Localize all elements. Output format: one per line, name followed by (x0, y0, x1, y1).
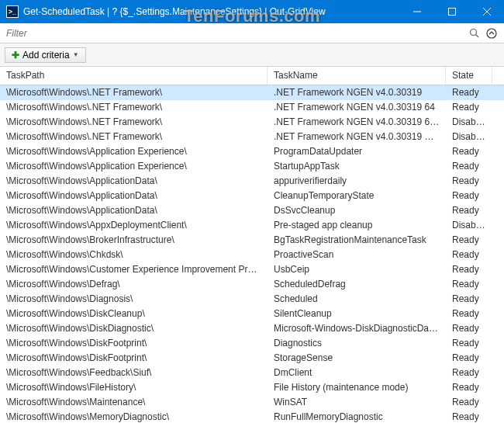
cell-taskpath: \Microsoft\Windows\Feedback\Siuf\ (0, 366, 268, 380)
cell-taskname: RunFullMemoryDiagnostic (268, 410, 446, 423)
cell-taskname: Microsoft-Windows-DiskDiagnosticDataColl… (268, 321, 446, 336)
table-row[interactable]: \Microsoft\Windows\FileHistory\File Hist… (0, 380, 504, 395)
cell-state: Ready (446, 366, 492, 380)
rows-container[interactable]: \Microsoft\Windows\.NET Framework\.NET F… (0, 85, 504, 423)
grid-view: TaskPath TaskName State \Microsoft\Windo… (0, 67, 504, 423)
cell-state: Ready (446, 336, 492, 351)
filter-bar (0, 23, 504, 43)
column-header-row: TaskPath TaskName State (0, 67, 504, 85)
cell-state: Ready (446, 100, 492, 115)
cell-taskpath: \Microsoft\Windows\FileHistory\ (0, 380, 268, 395)
cell-taskname: Pre-staged app cleanup (268, 218, 446, 233)
cell-taskpath: \Microsoft\Windows\Application Experienc… (0, 144, 268, 159)
svg-point-4 (471, 29, 477, 35)
table-row[interactable]: \Microsoft\Windows\DiskCleanup\SilentCle… (0, 307, 504, 321)
cell-taskpath: \Microsoft\Windows\ApplicationData\ (0, 203, 268, 218)
cell-taskname: ScheduledDefrag (268, 277, 446, 292)
title-bar: >_ Get-ScheduledTask | ? {$_.Settings.Ma… (0, 0, 504, 23)
add-criteria-label: Add criteria (22, 50, 70, 61)
column-header-state[interactable]: State (446, 67, 492, 85)
cell-taskpath: \Microsoft\Windows\ApplicationData\ (0, 189, 268, 203)
cell-taskpath: \Microsoft\Windows\DiskDiagnostic\ (0, 321, 268, 336)
cell-state: Disabled (446, 115, 492, 130)
cell-taskname: ProactiveScan (268, 248, 446, 262)
maximize-button[interactable] (434, 0, 469, 23)
table-row[interactable]: \Microsoft\Windows\DiskFootprint\Storage… (0, 351, 504, 366)
window-title: Get-ScheduledTask | ? {$_.Settings.Maint… (23, 6, 399, 17)
cell-state: Ready (446, 321, 492, 336)
cell-taskpath: \Microsoft\Windows\AppxDeploymentClient\ (0, 218, 268, 233)
column-header-taskname[interactable]: TaskName (268, 67, 446, 85)
cell-taskname: SilentCleanup (268, 307, 446, 321)
plus-icon: ✚ (12, 50, 19, 61)
cell-taskpath: \Microsoft\Windows\Defrag\ (0, 277, 268, 292)
cell-taskpath: \Microsoft\Windows\MemoryDiagnostic\ (0, 410, 268, 423)
cell-state: Ready (446, 380, 492, 395)
cell-taskname: StorageSense (268, 351, 446, 366)
table-row[interactable]: \Microsoft\Windows\Defrag\ScheduledDefra… (0, 277, 504, 292)
column-header-taskpath[interactable]: TaskPath (0, 67, 268, 85)
table-row[interactable]: \Microsoft\Windows\Customer Experience I… (0, 262, 504, 277)
cell-taskpath: \Microsoft\Windows\Application Experienc… (0, 159, 268, 174)
cell-state: Disabled (446, 130, 492, 144)
table-row[interactable]: \Microsoft\Windows\.NET Framework\.NET F… (0, 130, 504, 144)
cell-state: Ready (446, 262, 492, 277)
table-row[interactable]: \Microsoft\Windows\DiskDiagnostic\Micros… (0, 321, 504, 336)
table-row[interactable]: \Microsoft\Windows\Application Experienc… (0, 159, 504, 174)
cell-state: Ready (446, 189, 492, 203)
cell-taskpath: \Microsoft\Windows\BrokerInfrastructure\ (0, 233, 268, 248)
cell-taskpath: \Microsoft\Windows\Chkdsk\ (0, 248, 268, 262)
table-row[interactable]: \Microsoft\Windows\Diagnosis\ScheduledRe… (0, 292, 504, 307)
table-row[interactable]: \Microsoft\Windows\ApplicationData\Clean… (0, 189, 504, 203)
table-row[interactable]: \Microsoft\Windows\Feedback\Siuf\DmClien… (0, 366, 504, 380)
cell-taskpath: \Microsoft\Windows\Diagnosis\ (0, 292, 268, 307)
table-row[interactable]: \Microsoft\Windows\Maintenance\WinSATRea… (0, 395, 504, 410)
cell-state: Ready (446, 144, 492, 159)
cell-taskname: UsbCeip (268, 262, 446, 277)
cell-taskname: BgTaskRegistrationMaintenanceTask (268, 233, 446, 248)
cell-taskname: Scheduled (268, 292, 446, 307)
criteria-bar: ✚ Add criteria ▼ (0, 43, 504, 67)
powershell-icon: >_ (6, 5, 19, 18)
table-row[interactable]: \Microsoft\Windows\AppxDeploymentClient\… (0, 218, 504, 233)
table-row[interactable]: \Microsoft\Windows\DiskFootprint\Diagnos… (0, 336, 504, 351)
cell-taskname: DmClient (268, 366, 446, 380)
cell-state: Ready (446, 159, 492, 174)
table-row[interactable]: \Microsoft\Windows\BrokerInfrastructure\… (0, 233, 504, 248)
table-row[interactable]: \Microsoft\Windows\Chkdsk\ProactiveScanR… (0, 248, 504, 262)
cell-taskpath: \Microsoft\Windows\Customer Experience I… (0, 262, 268, 277)
cell-state: Ready (446, 85, 492, 100)
cell-state: Ready (446, 248, 492, 262)
cell-state: Ready (446, 233, 492, 248)
cell-taskname: appuriverifierdaily (268, 174, 446, 189)
chevron-down-icon: ▼ (73, 51, 79, 58)
table-row[interactable]: \Microsoft\Windows\MemoryDiagnostic\RunF… (0, 410, 504, 423)
cell-state: Ready (446, 410, 492, 423)
cell-taskpath: \Microsoft\Windows\.NET Framework\ (0, 85, 268, 100)
cell-taskname: .NET Framework NGEN v4.0.30319 Critical (268, 130, 446, 144)
cell-state: Disabled (446, 218, 492, 233)
table-row[interactable]: \Microsoft\Windows\.NET Framework\.NET F… (0, 115, 504, 130)
minimize-button[interactable] (399, 0, 434, 23)
filter-input[interactable] (5, 25, 468, 42)
cell-taskname: StartupAppTask (268, 159, 446, 174)
cell-taskpath: \Microsoft\Windows\.NET Framework\ (0, 115, 268, 130)
cell-state: Ready (446, 277, 492, 292)
cell-taskname: ProgramDataUpdater (268, 144, 446, 159)
svg-point-6 (487, 29, 496, 38)
search-icon[interactable] (468, 28, 481, 39)
table-row[interactable]: \Microsoft\Windows\ApplicationData\DsSvc… (0, 203, 504, 218)
close-button[interactable] (469, 0, 504, 23)
cell-taskpath: \Microsoft\Windows\DiskFootprint\ (0, 336, 268, 351)
window-controls (399, 0, 504, 23)
cell-state: Ready (446, 395, 492, 410)
table-row[interactable]: \Microsoft\Windows\.NET Framework\.NET F… (0, 85, 504, 100)
svg-line-5 (476, 34, 479, 37)
add-criteria-button[interactable]: ✚ Add criteria ▼ (5, 47, 86, 63)
table-row[interactable]: \Microsoft\Windows\ApplicationData\appur… (0, 174, 504, 189)
expand-toggle-icon[interactable] (484, 28, 499, 39)
table-row[interactable]: \Microsoft\Windows\Application Experienc… (0, 144, 504, 159)
cell-taskpath: \Microsoft\Windows\.NET Framework\ (0, 100, 268, 115)
cell-state: Ready (446, 292, 492, 307)
table-row[interactable]: \Microsoft\Windows\.NET Framework\.NET F… (0, 100, 504, 115)
